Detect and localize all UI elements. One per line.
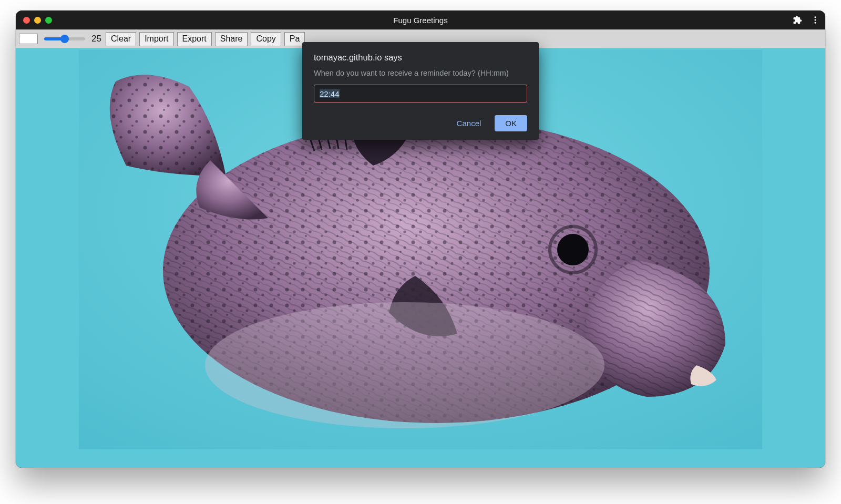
window-controls <box>16 17 52 24</box>
clear-button[interactable]: Clear <box>106 32 136 46</box>
import-button[interactable]: Import <box>139 32 173 46</box>
app-window: Fugu Greetings 25 Clear Import Export Sh… <box>16 11 825 468</box>
dialog-message: When do you want to receive a reminder t… <box>314 69 527 77</box>
svg-point-0 <box>815 16 816 18</box>
export-button[interactable]: Export <box>177 32 212 46</box>
brush-size-value: 25 <box>91 34 102 44</box>
maximize-window-icon[interactable] <box>45 17 52 24</box>
share-button[interactable]: Share <box>215 32 248 46</box>
svg-point-18 <box>205 302 604 428</box>
window-title: Fugu Greetings <box>16 16 825 25</box>
copy-button[interactable]: Copy <box>251 32 281 46</box>
close-window-icon[interactable] <box>23 17 30 24</box>
dialog-input[interactable] <box>314 85 527 102</box>
extensions-icon[interactable] <box>793 15 802 25</box>
titlebar: Fugu Greetings <box>16 11 825 29</box>
color-swatch[interactable] <box>19 34 38 44</box>
dialog-origin: tomayac.github.io says <box>314 53 527 63</box>
brush-size-slider[interactable] <box>44 37 85 40</box>
ok-button[interactable]: OK <box>495 115 527 131</box>
svg-point-1 <box>815 19 816 21</box>
js-prompt-dialog: tomayac.github.io says When do you want … <box>302 42 539 140</box>
svg-point-11 <box>557 234 589 265</box>
kebab-menu-icon[interactable] <box>811 15 820 25</box>
minimize-window-icon[interactable] <box>34 17 41 24</box>
cancel-button[interactable]: Cancel <box>449 115 489 131</box>
svg-point-2 <box>815 22 816 24</box>
slider-thumb-icon[interactable] <box>60 35 69 43</box>
